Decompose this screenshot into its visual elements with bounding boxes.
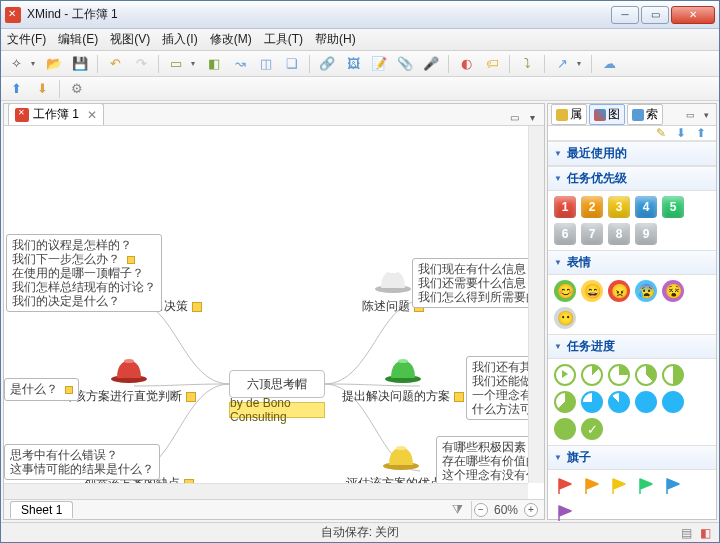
progress-marker[interactable] <box>581 364 603 386</box>
label-icon[interactable]: 🏷 <box>481 54 503 74</box>
priority-marker-7[interactable]: 7 <box>581 223 603 245</box>
status-icon[interactable]: ▤ <box>681 526 692 540</box>
gear-icon[interactable]: ⚙ <box>66 79 88 99</box>
upload-icon[interactable]: ⬆ <box>5 79 27 99</box>
panel-menu-icon[interactable]: ▾ <box>699 108 713 122</box>
emotion-marker[interactable]: 😰 <box>635 280 657 302</box>
status-icon[interactable]: ◧ <box>700 526 711 540</box>
topic-icon[interactable]: ▭ <box>165 54 187 74</box>
marker-export-icon[interactable]: ⬆ <box>696 126 710 140</box>
summary-icon[interactable]: ❏ <box>281 54 303 74</box>
tab-close-icon[interactable]: ✕ <box>87 108 97 122</box>
save-icon[interactable]: 💾 <box>69 54 91 74</box>
tab-menu-icon[interactable]: ▾ <box>524 109 540 125</box>
section-flags[interactable]: ▼旗子 <box>548 446 716 470</box>
flag-marker[interactable] <box>662 475 684 497</box>
progress-marker[interactable] <box>554 418 576 440</box>
priority-marker-5[interactable]: 5 <box>662 196 684 218</box>
central-topic[interactable]: 六顶思考帽 <box>229 370 325 398</box>
download-icon[interactable]: ⬇ <box>31 79 53 99</box>
emotion-marker[interactable]: 😄 <box>581 280 603 302</box>
boundary-icon[interactable]: ◫ <box>255 54 277 74</box>
redo-icon[interactable]: ↷ <box>130 54 152 74</box>
priority-marker-8[interactable]: 8 <box>608 223 630 245</box>
flag-marker[interactable] <box>608 475 630 497</box>
relation-icon[interactable]: ↝ <box>229 54 251 74</box>
menu-tools[interactable]: 工具(T) <box>264 31 303 48</box>
audio-icon[interactable]: 🎤 <box>420 54 442 74</box>
progress-marker[interactable] <box>662 364 684 386</box>
flag-marker[interactable] <box>554 475 576 497</box>
note[interactable]: 是什么？ <box>4 378 79 401</box>
progress-marker[interactable] <box>635 364 657 386</box>
tab-workbook[interactable]: 工作簿 1 ✕ <box>8 103 104 125</box>
panel-min-icon[interactable]: ▭ <box>683 108 697 122</box>
minimize-button[interactable]: ─ <box>611 6 639 24</box>
vertical-scrollbar[interactable] <box>528 126 544 483</box>
side-tab-markers[interactable]: 图 <box>589 104 625 125</box>
note-icon[interactable]: 📝 <box>368 54 390 74</box>
progress-marker[interactable]: ✓ <box>581 418 603 440</box>
attach-icon[interactable]: 📎 <box>394 54 416 74</box>
note[interactable]: 我们现在有什么信息？ 我们还需要什么信息？ 我们怎么得到所需要的信息？ <box>412 258 544 308</box>
side-tab-properties[interactable]: 属 <box>551 104 587 125</box>
emotion-marker[interactable]: 😶 <box>554 307 576 329</box>
note[interactable]: 我们的议程是怎样的？ 我们下一步怎么办？ 在使用的是哪一顶帽子？ 我们怎样总结现… <box>6 234 162 312</box>
menu-help[interactable]: 帮助(H) <box>315 31 356 48</box>
subtopic-icon[interactable]: ◧ <box>203 54 225 74</box>
central-label[interactable]: by de Bono Consulting <box>229 402 325 418</box>
section-progress[interactable]: ▼任务进度 <box>548 335 716 359</box>
branch-green[interactable]: 提出解决问题的方案 <box>342 354 464 405</box>
flag-marker[interactable] <box>581 475 603 497</box>
priority-marker-9[interactable]: 9 <box>635 223 657 245</box>
priority-marker-1[interactable]: 1 <box>554 196 576 218</box>
progress-marker[interactable] <box>581 391 603 413</box>
maximize-button[interactable]: ▭ <box>641 6 669 24</box>
link-icon[interactable]: 🔗 <box>316 54 338 74</box>
menu-edit[interactable]: 编辑(E) <box>58 31 98 48</box>
horizontal-scrollbar[interactable] <box>4 483 528 499</box>
menu-view[interactable]: 视图(V) <box>110 31 150 48</box>
zoom-out-button[interactable]: − <box>474 503 488 517</box>
filter-icon[interactable]: ⧩ <box>447 500 469 520</box>
progress-marker[interactable] <box>662 391 684 413</box>
zoom-in-button[interactable]: + <box>524 503 538 517</box>
progress-marker[interactable] <box>608 364 630 386</box>
section-recent[interactable]: ▼最近使用的 <box>548 142 716 166</box>
marker-import-icon[interactable]: ⬇ <box>676 126 690 140</box>
drill-icon[interactable]: ⤵ <box>516 54 538 74</box>
progress-marker[interactable] <box>554 364 576 386</box>
progress-marker[interactable] <box>608 391 630 413</box>
priority-marker-6[interactable]: 6 <box>554 223 576 245</box>
share-icon[interactable]: ↗ <box>551 54 573 74</box>
cloud-icon[interactable]: ☁ <box>598 54 620 74</box>
image-icon[interactable]: 🖼 <box>342 54 364 74</box>
section-priority[interactable]: ▼任务优先级 <box>548 167 716 191</box>
undo-icon[interactable]: ↶ <box>104 54 126 74</box>
flag-marker[interactable] <box>554 502 576 524</box>
flag-marker[interactable] <box>635 475 657 497</box>
note[interactable]: 思考中有什么错误？ 这事情可能的结果是什么？ <box>4 444 160 480</box>
emotion-marker[interactable]: 😠 <box>608 280 630 302</box>
emotion-marker[interactable]: 😊 <box>554 280 576 302</box>
marker-group-icon[interactable]: ✎ <box>656 126 670 140</box>
priority-marker-4[interactable]: 4 <box>635 196 657 218</box>
emotion-marker[interactable]: 😵 <box>662 280 684 302</box>
section-emotion[interactable]: ▼表情 <box>548 251 716 275</box>
side-tab-search[interactable]: 索 <box>627 104 663 125</box>
mindmap-canvas[interactable]: 六顶思考帽 by de Bono Consulting 总结陈述，做出决策 对该… <box>4 126 544 499</box>
menu-modify[interactable]: 修改(M) <box>210 31 252 48</box>
sheet-tab[interactable]: Sheet 1 <box>10 501 73 518</box>
close-button[interactable]: ✕ <box>671 6 715 24</box>
menu-file[interactable]: 文件(F) <box>7 31 46 48</box>
tab-restore-icon[interactable]: ▭ <box>506 109 522 125</box>
priority-marker-2[interactable]: 2 <box>581 196 603 218</box>
marker-icon[interactable]: ◐ <box>455 54 477 74</box>
new-icon[interactable]: ✧ <box>5 54 27 74</box>
progress-marker[interactable] <box>554 391 576 413</box>
branch-red[interactable]: 对该方案进行直觉判断 <box>62 354 196 405</box>
menu-insert[interactable]: 插入(I) <box>162 31 197 48</box>
priority-marker-3[interactable]: 3 <box>608 196 630 218</box>
progress-marker[interactable] <box>635 391 657 413</box>
open-icon[interactable]: 📂 <box>43 54 65 74</box>
